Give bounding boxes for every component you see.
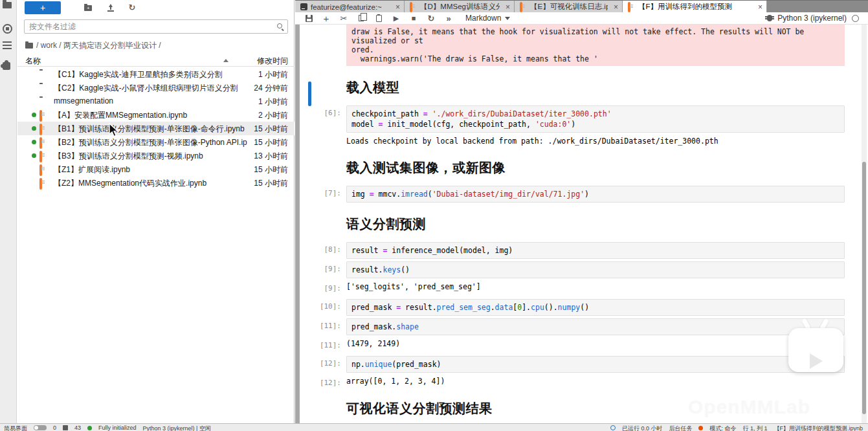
file-row[interactable]: 【A】安装配置MMSegmentation.ipynb 2 小时前 <box>17 108 295 122</box>
paste-icon[interactable] <box>374 14 383 23</box>
output-cell: [11]:(1479, 2149) <box>300 338 860 349</box>
output-prompt: [11]: <box>300 338 346 349</box>
restart-kernel-icon[interactable]: ↻ <box>427 14 436 23</box>
markdown-cell[interactable]: 可视化语义分割预测结果 <box>300 395 860 423</box>
tab[interactable]: featurize@featurize:~ × <box>295 1 405 13</box>
debugger-bug-icon[interactable] <box>767 15 772 21</box>
code-editor[interactable]: result = inference_model(model, img) <box>346 242 845 259</box>
kernel-running-dot <box>32 113 36 117</box>
save-icon[interactable] <box>304 14 313 23</box>
run-all-icon[interactable]: » <box>444 14 453 23</box>
code-cell[interactable]: [12]:np.unique(pred_mask) <box>300 356 860 373</box>
code-editor[interactable]: pred_mask.shape <box>346 318 845 335</box>
breadcrumb-path[interactable]: / work / 两天搞定语义分割毕业设计 / <box>36 40 161 51</box>
file-row[interactable]: 【B2】预训练语义分割模型预测-单张图像-Python API.ip… 15 小… <box>17 135 295 149</box>
file-row[interactable]: 【Z2】MMSegmentation代码实战作业.ipynb 15 小时前 <box>17 176 295 190</box>
copy-icon[interactable] <box>357 14 366 23</box>
file-modified-time: 15 小时前 <box>254 124 288 135</box>
execution-count: [9]: <box>300 261 346 273</box>
code-editor[interactable]: checkpoint_path = './work_dirs/DubaiData… <box>346 105 845 133</box>
tab-close-icon[interactable]: × <box>503 3 510 11</box>
scrollbar-thumb[interactable] <box>862 162 866 414</box>
file-row[interactable]: 【B3】预训练语义分割模型预测-视频.ipynb 13 小时前 <box>17 149 295 162</box>
code-box[interactable]: np.unique(pred_mask) <box>346 356 845 373</box>
running-kernels-icon[interactable] <box>3 24 14 34</box>
breadcrumb[interactable]: / work / 两天搞定语义分割毕业设计 / <box>25 40 161 51</box>
code-cell[interactable]: [7]:img = mmcv.imread('Dubai-dataset/img… <box>300 186 860 203</box>
simple-ui-toggle[interactable] <box>34 425 47 430</box>
table-of-contents-icon[interactable] <box>3 41 14 52</box>
code-box[interactable]: pred_mask.shape <box>346 318 845 335</box>
notebook-toolbar: + ✂ ▶ ■ ↻ » Markdown Python 3 (ipykernel… <box>295 12 868 25</box>
code-box[interactable]: pred_mask = result.pred_sem_seg.data[0].… <box>346 299 845 316</box>
output-text: Loads checkpoint by local backend from p… <box>346 135 845 146</box>
notebook-scrollbar[interactable] <box>862 25 867 423</box>
code-editor[interactable]: result.keys() <box>346 261 845 278</box>
tab[interactable]: 【D】MMSeg训练语义分割模 × <box>405 1 515 13</box>
simple-ui-label: 简易界面 <box>4 425 27 431</box>
markdown-cell[interactable]: 载入测试集图像，或新图像 <box>300 154 860 183</box>
code-editor[interactable]: np.unique(pred_mask) <box>346 356 845 373</box>
code-box[interactable]: img = mmcv.imread('Dubai-dataset/img_dir… <box>346 186 845 203</box>
cut-icon[interactable]: ✂ <box>339 14 348 23</box>
code-cell[interactable]: [11]:pred_mask.shape <box>300 318 860 335</box>
output-body: Loads checkpoint by local backend from p… <box>346 135 845 146</box>
tab[interactable]: 【F】用训练得到的模型预测 × <box>623 1 767 13</box>
execution-count: [11]: <box>300 318 346 330</box>
tab-bar-filler <box>767 1 868 12</box>
tab-close-icon[interactable]: × <box>755 3 762 11</box>
background-tasks-label[interactable]: 后台任务 <box>669 425 692 431</box>
sort-ascending-icon[interactable] <box>223 59 228 62</box>
new-launcher-button[interactable]: + <box>25 1 61 14</box>
cell-type-dropdown[interactable]: Markdown <box>465 14 510 23</box>
file-row[interactable]: 【B1】预训练语义分割模型预测-单张图像-命令行.ipynb 15 小时前 <box>17 122 295 135</box>
tab-bar: featurize@featurize:~ × 【D】MMSeg训练语义分割模 … <box>295 0 868 12</box>
tab-close-icon[interactable]: × <box>611 3 618 11</box>
activity-bar <box>0 0 17 423</box>
files-icon[interactable] <box>3 2 14 12</box>
notebook-content: draw is False, it means that the hook fo… <box>295 25 868 423</box>
markdown-body: 载入模型 <box>346 79 845 96</box>
notebook-cells: draw is False, it means that the hook fo… <box>300 25 860 423</box>
code-editor[interactable]: pred_mask = result.pred_sem_seg.data[0].… <box>346 299 845 316</box>
code-editor[interactable]: img = mmcv.imread('Dubai-dataset/img_dir… <box>346 186 845 203</box>
document-name-label[interactable]: 【F】用训练得到的模型预测.ipynb <box>773 425 863 431</box>
markdown-cell[interactable]: 语义分割预测 <box>300 210 860 239</box>
stop-icon[interactable]: ■ <box>409 14 418 23</box>
code-cell[interactable]: [8]:result = inference_model(model, img) <box>300 242 860 259</box>
file-modified-time: 2 小时前 <box>258 110 288 121</box>
initialized-dot-icon <box>87 426 92 430</box>
add-cell-icon[interactable]: + <box>322 14 331 23</box>
run-icon[interactable]: ▶ <box>392 14 401 23</box>
runtime-clock-icon <box>610 425 616 430</box>
code-cell[interactable]: [9]:result.keys() <box>300 261 860 278</box>
home-folder-icon[interactable] <box>25 43 33 49</box>
error-output-cell: draw is False, it means that the hook fo… <box>300 25 860 66</box>
output-body: (1479, 2149) <box>346 338 845 349</box>
file-name: 【B1】预训练语义分割模型预测-单张图像-命令行.ipynb <box>54 124 248 135</box>
code-cell[interactable]: [6]:checkpoint_path = './work_dirs/Dubai… <box>300 105 860 133</box>
search-box[interactable] <box>24 19 288 34</box>
filter-files-input[interactable] <box>29 21 269 32</box>
column-modified[interactable]: 修改时间 <box>257 56 288 67</box>
markdown-cell[interactable]: 载入模型 <box>300 74 860 103</box>
tab-close-icon[interactable]: × <box>393 3 400 11</box>
file-row[interactable]: 【C1】Kaggle实战-迪拜卫星航拍多类别语义分割 1 小时前 <box>17 67 295 81</box>
upload-icon[interactable] <box>105 3 117 13</box>
code-box[interactable]: result.keys() <box>346 261 845 278</box>
kernel-name[interactable]: Python 3 (ipykernel) <box>777 14 847 23</box>
code-box[interactable]: result = inference_model(model, img) <box>346 242 845 259</box>
file-row[interactable]: mmsegmentation 1 小时前 <box>17 94 295 108</box>
new-folder-icon[interactable]: + <box>82 3 94 13</box>
tab[interactable]: 【E】可视化训练日志.ipynb × <box>515 1 623 13</box>
kernel-state-label[interactable]: Python 3 (ipykernel) | 空闲 <box>143 425 211 431</box>
column-name[interactable]: 名称 <box>25 56 41 67</box>
file-name: 【B2】预训练语义分割模型预测-单张图像-Python API.ip… <box>54 137 248 148</box>
file-row[interactable]: 【C2】Kaggle实战-小鼠肾小球组织病理切片语义分割 24 分钟前 <box>17 81 295 94</box>
file-row[interactable]: 【Z1】扩展阅读.ipynb 15 小时前 <box>17 162 295 176</box>
output-cell: [12]:array([0, 1, 2, 3, 4]) <box>300 375 860 387</box>
code-box[interactable]: checkpoint_path = './work_dirs/DubaiData… <box>346 105 845 133</box>
refresh-icon[interactable]: ↻ <box>126 3 138 13</box>
extensions-icon[interactable] <box>3 62 14 72</box>
code-cell[interactable]: [10]:pred_mask = result.pred_sem_seg.dat… <box>300 299 860 316</box>
